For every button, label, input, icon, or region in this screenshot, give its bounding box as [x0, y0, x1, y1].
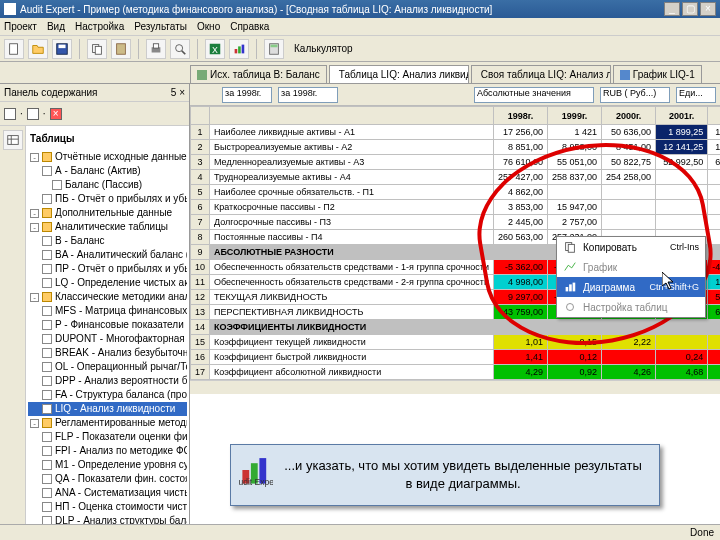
tree-node-label[interactable]: M1 - Определение уровня существ... [55, 458, 187, 472]
tree-node-label[interactable]: OL - Операционный рычаг/Точка ... [55, 360, 187, 374]
data-cell[interactable]: 12 4 [708, 275, 720, 290]
tree-node-label[interactable]: ПР - Отчёт о прибылях и убытках [55, 262, 187, 276]
tree-node[interactable]: DUPONT - Многофакторная модель ... [28, 332, 187, 346]
row-name[interactable]: Коэффициент быстрой ликвидности [210, 350, 494, 365]
data-cell[interactable] [708, 185, 720, 200]
tree-node[interactable]: FPI - Анализ по методике ФСФО (Пр... [28, 444, 187, 458]
data-cell[interactable]: 0,15 [548, 335, 602, 350]
tree-node[interactable]: НП - Оценка стоимости чистых акт... [28, 500, 187, 514]
expand-icon[interactable]: - [30, 223, 39, 232]
data-cell[interactable]: 2 445,00 [493, 215, 547, 230]
data-cell[interactable] [656, 170, 708, 185]
data-cell[interactable] [548, 185, 602, 200]
row-name[interactable]: Наиболее ликвидные активы - А1 [210, 125, 494, 140]
unit-combo2[interactable]: Еди... [676, 87, 716, 103]
ctx-copy[interactable]: Копировать Ctrl-Ins [557, 237, 705, 257]
data-cell[interactable] [708, 170, 720, 185]
chart-button[interactable] [229, 39, 249, 59]
preview-button[interactable] [170, 39, 190, 59]
tree-view[interactable]: Таблицы -Отчётные исходные данныеА - Бал… [26, 126, 189, 524]
row-name[interactable]: Долгосрочные пассивы - П3 [210, 215, 494, 230]
tree-node-label[interactable]: BA - Аналитический баланс (Россия) [55, 248, 187, 262]
horizontal-scrollbar[interactable] [190, 380, 720, 394]
paste-button[interactable] [111, 39, 131, 59]
ctx-chart[interactable]: График [557, 257, 705, 277]
tree-node-label[interactable]: FPI - Анализ по методике ФСФО (Пр... [55, 444, 187, 458]
data-cell[interactable]: 17 8 [708, 125, 720, 140]
data-cell[interactable] [708, 200, 720, 215]
ctx-table-settings[interactable]: Настройка таблиц [557, 297, 705, 317]
tree-node-label[interactable]: LIQ - Анализ ликвидности [55, 402, 175, 416]
data-cell[interactable] [708, 215, 720, 230]
data-cell[interactable]: 1,01 [493, 335, 547, 350]
tree-node[interactable]: B - Баланс [28, 234, 187, 248]
row-name[interactable]: Краткосрочные пассивы - П2 [210, 200, 494, 215]
data-cell[interactable]: 57 8 [708, 290, 720, 305]
tree-node-label[interactable]: LQ - Определение чистых активов ... [55, 276, 187, 290]
row-name[interactable]: Постоянные пассивы - П4 [210, 230, 494, 245]
tab-balance[interactable]: Исх. таблица B: Баланс [190, 65, 327, 83]
copy-button[interactable] [87, 39, 107, 59]
save-button[interactable] [52, 39, 72, 59]
table-row[interactable]: 1Наиболее ликвидные активы - А117 256,00… [191, 125, 721, 140]
tab-chart[interactable]: График LIQ-1 [613, 65, 702, 83]
data-cell[interactable]: 0,12 [548, 350, 602, 365]
collapse-all-button[interactable] [27, 108, 39, 120]
tree-node[interactable]: -Дополнительные данные [28, 206, 187, 220]
data-cell[interactable]: 43 759,00 [493, 305, 547, 320]
tree-node[interactable]: P - Финансовые показатели (нов. [28, 318, 187, 332]
tree-node-label[interactable]: MFS - Матрица финансовых стратегий [55, 304, 187, 318]
minimize-button[interactable]: _ [664, 2, 680, 16]
ctx-diagram[interactable]: Диаграмма Ctrl+Shift+G [557, 277, 705, 297]
tree-node[interactable]: M1 - Определение уровня существ... [28, 458, 187, 472]
expand-icon[interactable]: - [30, 209, 39, 218]
row-name[interactable]: Обеспеченность обязательств средствами -… [210, 275, 494, 290]
data-cell[interactable] [656, 215, 708, 230]
tree-node[interactable]: LIQ - Анализ ликвидности [28, 402, 187, 416]
menu-settings[interactable]: Настройка [75, 21, 124, 32]
expand-all-button[interactable] [4, 108, 16, 120]
left-panel-pin[interactable]: 5 × [171, 87, 185, 98]
tab-liq[interactable]: Таблица LIQ: Анализ ликвидности [329, 65, 469, 83]
tree-node[interactable]: -Отчётные исходные данные [28, 150, 187, 164]
tree-node[interactable]: А - Баланс (Актив) [28, 164, 187, 178]
tree-node[interactable]: DPP - Анализ вероятности банкротства [28, 374, 187, 388]
table-row[interactable]: 16Коэффициент быстрой ликвидности1,410,1… [191, 350, 721, 365]
data-cell[interactable]: 0,24 [656, 350, 708, 365]
tree-node-label[interactable]: BREAK - Анализ безубыточности [55, 346, 187, 360]
row-name[interactable]: Медленнореализуемые активы - А3 [210, 155, 494, 170]
expand-icon[interactable]: - [30, 293, 39, 302]
tree-node-label[interactable]: DPP - Анализ вероятности банкротства [55, 374, 187, 388]
tree-node-label[interactable]: FLP - Показатели оценки фин. сос... [55, 430, 187, 444]
data-cell[interactable]: 4,29 [493, 365, 547, 380]
data-cell[interactable] [602, 215, 656, 230]
tree-node[interactable]: LQ - Определение чистых активов ... [28, 276, 187, 290]
data-cell[interactable]: 12 141,25 [656, 140, 708, 155]
table-row[interactable]: 17Коэффициент абсолютной ликвидности4,29… [191, 365, 721, 380]
tree-node-label[interactable]: DLP - Анализ структуры баланса П... [55, 514, 187, 524]
close-panel-button[interactable]: × [50, 108, 62, 120]
tree-node[interactable]: FLP - Показатели оценки фин. сос... [28, 430, 187, 444]
menu-help[interactable]: Справка [230, 21, 269, 32]
tree-node[interactable]: DLP - Анализ структуры баланса П... [28, 514, 187, 524]
tree-node-label[interactable]: DUPONT - Многофакторная модель ... [55, 332, 187, 346]
data-cell[interactable]: -5 362,00 [493, 260, 547, 275]
data-cell[interactable]: 55 051,00 [548, 155, 602, 170]
tree-node[interactable]: ANA - Систематизация чистых актив... [28, 486, 187, 500]
row-name[interactable]: Быстрореализуемые активы - А2 [210, 140, 494, 155]
data-cell[interactable]: 3 853,00 [493, 200, 547, 215]
data-cell[interactable]: 2 757,00 [548, 215, 602, 230]
maximize-button[interactable]: ▢ [682, 2, 698, 16]
tree-node-label[interactable]: Аналитические таблицы [55, 220, 168, 234]
tree-node[interactable]: BA - Аналитический баланс (Россия) [28, 248, 187, 262]
excel-button[interactable]: X [205, 39, 225, 59]
tree-node-label[interactable]: Регламентированные методики ан... [55, 416, 187, 430]
data-cell[interactable]: 0,5 [708, 335, 720, 350]
data-cell[interactable] [602, 350, 656, 365]
data-cell[interactable]: 2,22 [602, 335, 656, 350]
tree-node[interactable]: FA - Структура баланса (проверка [28, 388, 187, 402]
data-cell[interactable]: 17 256,00 [493, 125, 547, 140]
table-row[interactable]: 4Труднореализуемые активы - А4257 427,00… [191, 170, 721, 185]
data-cell[interactable] [708, 350, 720, 365]
row-name[interactable]: Коэффициент текущей ликвидности [210, 335, 494, 350]
